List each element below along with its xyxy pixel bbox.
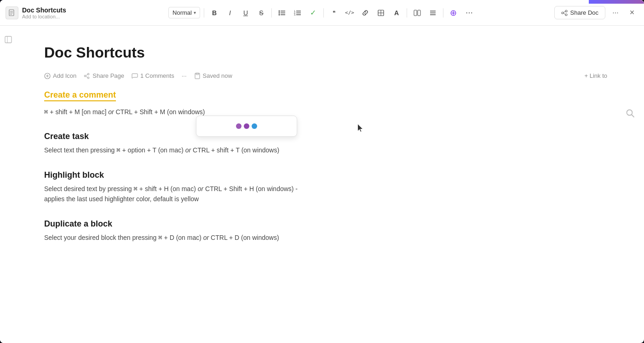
topbar: Doc Shortcuts Add to location... Normal … — [0, 0, 644, 26]
toolbar-separator-5 — [443, 8, 443, 17]
format-label: Normal — [172, 9, 192, 16]
section-text-duplicate: Select your desired block then pressing … — [44, 233, 607, 243]
comments-label: 1 Comments — [140, 72, 174, 79]
section-text-create-task: Select text then pressing ⌘ + option + T… — [44, 145, 607, 155]
toolbar-separator-4 — [407, 8, 407, 17]
bold-button[interactable]: B — [208, 6, 221, 19]
main-content: Doc Shortcuts Add Icon — [17, 26, 644, 343]
italic-button[interactable]: I — [224, 6, 236, 19]
check-button[interactable]: ✓ — [307, 6, 320, 19]
section-heading-create-task: Create task — [44, 132, 607, 141]
block-highlight-block: Highlight block Select desired text by p… — [44, 170, 607, 204]
link-to-button[interactable]: + Link to — [584, 72, 607, 79]
modal-overlay: Doc Shortcuts Add to location... Normal … — [0, 0, 644, 343]
section-text-highlight: Select desired text by pressing ⌘ + shif… — [44, 184, 607, 204]
comment-dot-1 — [236, 123, 242, 129]
content-area: Doc Shortcuts Add Icon — [0, 26, 644, 343]
svg-line-28 — [564, 13, 565, 14]
comments-button[interactable]: 1 Comments — [132, 72, 174, 79]
modal: Doc Shortcuts Add to location... Normal … — [0, 0, 644, 343]
bullet-list-button[interactable] — [276, 6, 288, 19]
svg-point-41 — [627, 110, 632, 116]
topbar-left: Doc Shortcuts Add to location... — [6, 6, 98, 19]
svg-point-26 — [565, 14, 567, 16]
svg-point-8 — [278, 14, 280, 15]
sub-more-button[interactable]: ··· — [182, 72, 187, 79]
more-toolbar-button[interactable]: ⋯ — [463, 6, 476, 19]
format-dropdown[interactable]: Normal ▾ — [168, 7, 200, 18]
svg-point-6 — [278, 12, 280, 13]
svg-rect-40 — [196, 73, 199, 75]
section-heading-highlight: Highlight block — [44, 170, 607, 180]
toolbar-separator-2 — [271, 8, 272, 17]
svg-point-25 — [562, 12, 564, 14]
sidebar — [0, 26, 17, 343]
add-block-button[interactable]: ⊕ — [447, 6, 460, 19]
share-doc-button[interactable]: Share Doc — [554, 6, 605, 19]
svg-rect-20 — [418, 10, 420, 16]
svg-point-34 — [88, 73, 90, 75]
share-page-label: Share Page — [92, 72, 124, 79]
columns-button[interactable] — [411, 6, 424, 19]
svg-rect-19 — [414, 10, 417, 16]
share-page-button[interactable]: Share Page — [84, 72, 124, 79]
align-button[interactable] — [426, 6, 439, 19]
topbar-center: Normal ▾ B I U S — [98, 6, 546, 19]
comment-dot-2 — [244, 123, 249, 129]
svg-line-38 — [86, 76, 87, 77]
cursor-indicator — [357, 123, 362, 132]
svg-point-4 — [278, 10, 280, 12]
comment-dot-3 — [252, 123, 257, 129]
quote-button[interactable]: ❝ — [328, 6, 340, 19]
add-icon-label: Add Icon — [53, 72, 76, 79]
block-create-task: ⠿ Create task Select text then pressing … — [44, 132, 607, 155]
color-button[interactable]: A — [390, 6, 403, 19]
more-button[interactable]: ··· — [609, 6, 622, 19]
svg-line-27 — [564, 12, 565, 12]
chevron-down-icon: ▾ — [194, 10, 196, 15]
strikethrough-button[interactable]: S — [255, 6, 268, 19]
sub-more-label: ··· — [182, 72, 187, 79]
search-icon[interactable] — [626, 109, 635, 120]
saved-label: Saved now — [203, 72, 232, 79]
section-heading-create-comment: Create a comment — [44, 90, 116, 101]
doc-icon — [6, 6, 18, 19]
sub-toolbar: Add Icon Share Page — [44, 72, 607, 79]
table-button[interactable] — [374, 6, 387, 19]
link-button[interactable] — [359, 6, 372, 19]
doc-title: Doc Shortcuts — [22, 6, 66, 14]
doc-subtitle: Add to location... — [22, 14, 66, 19]
comment-dots — [236, 123, 257, 129]
toolbar-separator-3 — [323, 8, 324, 17]
topbar-right: Share Doc ··· × — [546, 6, 638, 19]
toolbar-separator-1 — [204, 8, 204, 17]
section-text-create-comment: ⌘ + shift + M [on mac] or CTRL + Shift +… — [44, 107, 607, 117]
saved-status: Saved now — [194, 72, 232, 79]
svg-text:3.: 3. — [294, 13, 296, 16]
svg-line-37 — [86, 75, 87, 76]
svg-rect-29 — [5, 36, 12, 43]
block-duplicate: Duplicate a block Select your desired bl… — [44, 219, 607, 243]
close-button[interactable]: × — [626, 6, 638, 19]
sidebar-panel-icon[interactable] — [2, 33, 15, 46]
numbered-list-button[interactable]: 1. 2. 3. — [291, 6, 304, 19]
page-title: Doc Shortcuts — [44, 44, 607, 61]
svg-line-42 — [632, 115, 634, 117]
svg-point-24 — [565, 10, 567, 12]
svg-point-36 — [88, 77, 90, 79]
block-create-comment: ⠿ Create a comment ⌘ + shift + M [on mac… — [44, 90, 607, 117]
add-icon-button[interactable]: Add Icon — [44, 72, 76, 79]
underline-button[interactable]: U — [239, 6, 252, 19]
svg-point-35 — [85, 75, 86, 77]
section-heading-duplicate: Duplicate a block — [44, 219, 607, 229]
code-button[interactable]: </> — [343, 6, 356, 19]
top-accent-bar — [589, 0, 644, 4]
doc-title-group: Doc Shortcuts Add to location... — [22, 6, 66, 19]
share-doc-label: Share Doc — [570, 9, 598, 16]
